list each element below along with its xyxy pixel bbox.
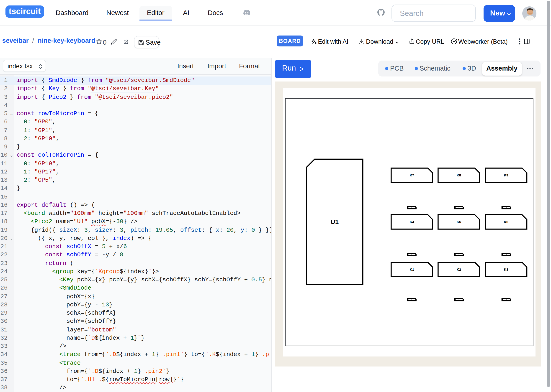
svg-text:K4: K4 — [409, 220, 414, 224]
svg-text:K3: K3 — [504, 268, 508, 272]
svg-text:U1: U1 — [330, 218, 339, 226]
svg-text:K2: K2 — [457, 268, 461, 272]
svg-text:K8: K8 — [457, 174, 461, 177]
svg-text:K6: K6 — [504, 220, 508, 224]
svg-text:K1: K1 — [409, 268, 414, 272]
svg-text:K9: K9 — [504, 174, 508, 177]
svg-text:K5: K5 — [457, 220, 461, 224]
svg-text:K7: K7 — [409, 174, 414, 177]
